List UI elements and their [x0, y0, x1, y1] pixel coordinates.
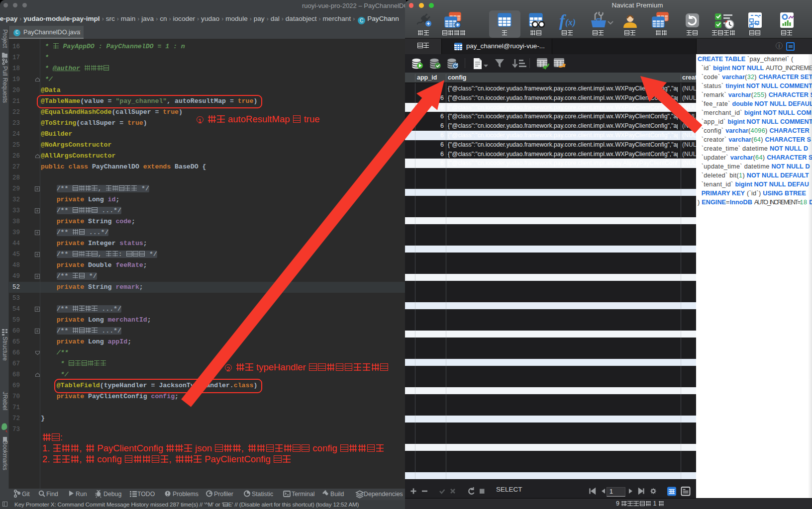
svg-text:(x): (x): [565, 17, 576, 28]
